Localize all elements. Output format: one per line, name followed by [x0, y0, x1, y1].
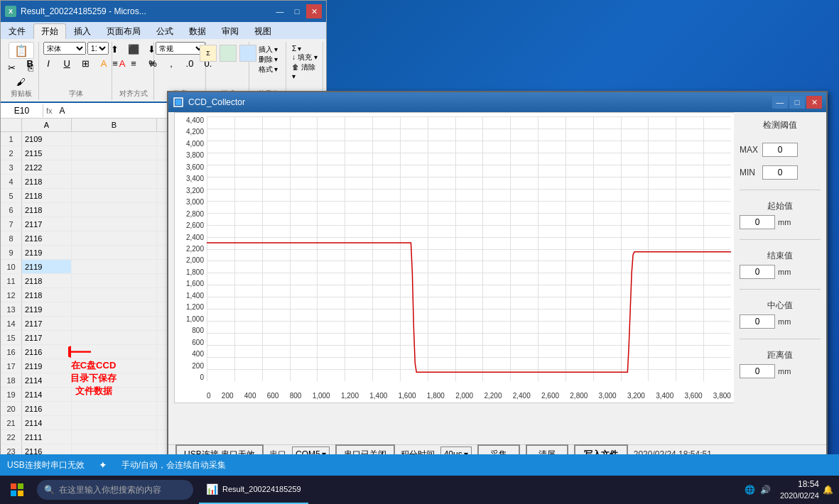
format-painter-btn[interactable]: 🖌 [13, 75, 30, 89]
sum-btn[interactable]: Σ▾ [292, 45, 318, 53]
notification-btn[interactable]: 🔔 [822, 484, 833, 495]
taskbar-search[interactable]: 🔍 在这里输入你想搜索的内容 [37, 480, 193, 500]
start-unit: mm [778, 218, 791, 226]
max-input[interactable] [762, 143, 798, 157]
cell-a[interactable]: 2115 [22, 146, 72, 160]
windows-taskbar: 🔍 在这里输入你想搜索的内容 📊 Result_200224185259 🌐 🔊… [0, 476, 839, 504]
end-input-row: mm [740, 265, 821, 279]
tab-formulas[interactable]: 公式 [148, 23, 181, 39]
tab-home[interactable]: 开始 [33, 23, 66, 39]
cell-b[interactable] [72, 160, 157, 174]
align-top-btn[interactable]: ⬆ [107, 42, 124, 56]
cell-b[interactable] [72, 288, 157, 302]
cell-b[interactable] [72, 203, 157, 217]
start-button[interactable] [0, 476, 34, 504]
tab-file[interactable]: 文件 [1, 23, 33, 39]
border-btn[interactable]: ⊞ [77, 56, 94, 70]
cell-a[interactable]: 2114 [22, 373, 72, 387]
y-axis-label: 800 [192, 327, 204, 334]
align-left-btn[interactable]: ≡ [107, 56, 124, 70]
distance-input[interactable] [740, 364, 775, 378]
chart-inner: 4,4004,2004,0003,8003,6003,4003,2003,000… [175, 113, 735, 402]
cell-b[interactable] [72, 132, 157, 146]
excel-close-btn[interactable]: ✕ [306, 4, 322, 18]
comma-btn[interactable]: , [163, 56, 180, 70]
tab-view[interactable]: 视图 [247, 23, 279, 39]
ccd-maximize-btn[interactable]: □ [789, 96, 805, 109]
cell-a[interactable]: 2118 [22, 288, 72, 302]
y-axis-label: 200 [192, 362, 204, 370]
align-middle-btn[interactable]: ⬛ [125, 42, 142, 56]
excel-maximize-btn[interactable]: □ [289, 4, 305, 18]
end-input[interactable] [740, 265, 775, 279]
cell-a[interactable]: 2118 [22, 203, 72, 217]
font-family-select[interactable]: 宋体 [43, 42, 86, 55]
name-box[interactable]: E10 [1, 104, 43, 117]
tab-page-layout[interactable]: 页面布局 [99, 23, 148, 39]
align-center-btn[interactable]: ≡ [125, 56, 142, 70]
cell-a[interactable]: 2117 [22, 217, 72, 231]
cell-b[interactable] [72, 274, 157, 287]
number-format-select[interactable]: 常规 [156, 42, 205, 55]
cell-a[interactable]: 2118 [22, 175, 72, 188]
taskbar-item-excel[interactable]: 📊 Result_200224185259 [199, 476, 308, 504]
cell-a[interactable]: 2116 [22, 402, 72, 415]
cell-a[interactable]: 2119 [22, 359, 72, 373]
cell-a[interactable]: 2119 [22, 302, 72, 316]
center-input[interactable] [740, 314, 775, 329]
bold-btn[interactable]: B [21, 56, 38, 70]
cell-b[interactable] [72, 189, 157, 202]
cell-b[interactable] [72, 416, 157, 429]
ccd-close-btn[interactable]: ✕ [806, 96, 822, 109]
ccd-title-icon [173, 97, 184, 108]
cell-a[interactable]: 2117 [22, 317, 72, 330]
cell-a[interactable]: 2119 [22, 260, 72, 273]
cell-a[interactable]: 2114 [22, 416, 72, 429]
cell-b[interactable] [72, 175, 157, 188]
y-axis-label: 3,800 [186, 151, 204, 159]
min-input[interactable] [762, 165, 798, 180]
insert-cells-btn[interactable]: 插入 ▾ [259, 45, 278, 55]
ccd-window: CCD_Collector — □ ✕ 4,4004,2004,0003,800… [167, 91, 828, 488]
cell-a[interactable]: 2114 [22, 388, 72, 401]
cell-a[interactable]: 2117 [22, 331, 72, 344]
underline-btn[interactable]: U [58, 56, 75, 70]
cell-b[interactable] [72, 430, 157, 444]
tab-data[interactable]: 数据 [181, 23, 214, 39]
delete-cells-btn[interactable]: 删除 ▾ [259, 55, 278, 65]
cell-a[interactable]: 2122 [22, 160, 72, 174]
clear-btn-ribbon[interactable]: 🗑 清除 ▾ [292, 62, 318, 80]
notification-area: 🌐 🔊 [739, 484, 777, 495]
font-size-select[interactable]: 11 [87, 42, 109, 55]
cell-b[interactable] [72, 302, 157, 316]
fill-btn[interactable]: ↓ 填充 ▾ [292, 53, 318, 62]
cell-a[interactable]: 2116 [22, 231, 72, 245]
cell-a[interactable]: 2119 [22, 246, 72, 259]
cell-b[interactable] [72, 317, 157, 330]
format-cells-btn[interactable]: 格式 ▾ [259, 65, 278, 75]
cell-a[interactable]: 2116 [22, 345, 72, 358]
tab-insert[interactable]: 插入 [66, 23, 99, 39]
excel-minimize-btn[interactable]: — [272, 4, 288, 18]
tab-review[interactable]: 审阅 [214, 23, 247, 39]
cell-a[interactable]: 2111 [22, 430, 72, 444]
notif-icon-star: ✦ [99, 459, 107, 471]
italic-btn[interactable]: I [40, 56, 57, 70]
cell-a[interactable]: 2118 [22, 189, 72, 202]
start-input[interactable] [740, 215, 775, 229]
ccd-minimize-btn[interactable]: — [772, 96, 788, 109]
cell-b[interactable] [72, 146, 157, 160]
cell-a[interactable]: 2109 [22, 132, 72, 146]
cell-b[interactable] [72, 217, 157, 231]
x-axis-label: 2,000 [455, 392, 473, 400]
y-axis-label: 4,000 [186, 140, 204, 148]
cell-a[interactable]: 2118 [22, 274, 72, 287]
cell-b[interactable] [72, 402, 157, 415]
cut-btn[interactable]: ✂ [4, 60, 21, 75]
excel-taskbar-icon: 📊 [206, 483, 218, 495]
cell-b[interactable] [72, 231, 157, 245]
cell-b[interactable] [72, 260, 157, 273]
increase-decimal-btn[interactable]: .0 [181, 56, 198, 70]
cell-b[interactable] [72, 246, 157, 259]
percent-btn[interactable]: % [144, 56, 161, 70]
